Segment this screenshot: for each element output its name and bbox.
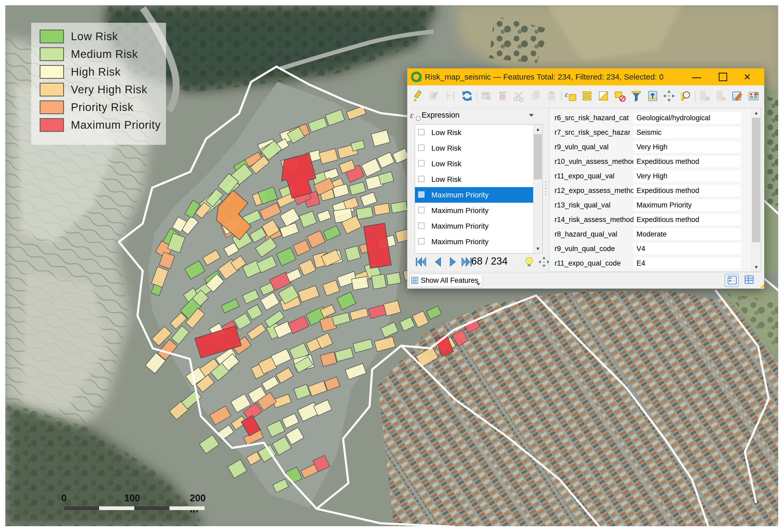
field-value[interactable]: Expeditious method: [633, 185, 740, 196]
invert-selection-icon[interactable]: [597, 90, 610, 102]
checkbox[interactable]: [418, 145, 424, 151]
multiedit-icon[interactable]: [428, 90, 441, 102]
add-feature-icon[interactable]: [480, 90, 493, 102]
field-value[interactable]: Seismic: [633, 127, 740, 138]
checkbox[interactable]: [418, 176, 424, 182]
field-name: r10_vuln_assess_method: [555, 158, 636, 166]
checkbox[interactable]: [418, 191, 424, 198]
expression-epsilon-icon: ε: [410, 110, 413, 120]
list-item[interactable]: Low Risk: [415, 125, 533, 140]
legend-label: Priority Risk: [71, 101, 134, 114]
form-scrollbar[interactable]: ▲ ▼: [752, 108, 761, 272]
delete-field-icon[interactable]: [715, 90, 727, 102]
list-scrollbar[interactable]: ▲ ▼: [533, 125, 542, 253]
toggle-editing-icon[interactable]: [412, 90, 424, 102]
scroll-down-icon[interactable]: ▼: [533, 244, 542, 253]
scroll-down-icon[interactable]: ▼: [752, 263, 761, 272]
maximize-button[interactable]: [713, 68, 732, 85]
list-item[interactable]: Maximum Priority: [415, 234, 533, 250]
window-resize-grip[interactable]: [760, 284, 764, 288]
field-value[interactable]: Expeditious method: [633, 156, 740, 167]
checkbox[interactable]: [418, 238, 424, 245]
close-button[interactable]: ✕: [738, 68, 757, 85]
field-value[interactable]: Very High: [633, 170, 740, 182]
field-value[interactable]: Very High: [633, 141, 740, 153]
minimize-button[interactable]: —: [687, 68, 706, 85]
select-all-icon[interactable]: [581, 90, 593, 102]
attribute-toolbar: ε »: [407, 85, 764, 108]
panel-splitter[interactable]: [545, 179, 548, 203]
list-item-label: Maximum Priority: [431, 250, 488, 253]
expression-filter-row[interactable]: ε Expression: [410, 108, 544, 124]
scale-label-200: 200 m: [190, 493, 217, 515]
previous-feature-button[interactable]: [432, 256, 444, 268]
list-item-label: Maximum Priority: [431, 187, 488, 203]
first-feature-button[interactable]: [415, 256, 427, 268]
field-value[interactable]: E4: [633, 257, 740, 269]
list-item[interactable]: Low Risk: [415, 156, 533, 171]
new-field-icon[interactable]: [698, 90, 711, 102]
form-view-toggle[interactable]: [725, 274, 739, 287]
feature-position: 68 / 234: [471, 256, 507, 267]
form-row: r13_risk_qual_valMaximum Priority: [549, 199, 761, 211]
map-legend: Low Risk Medium Risk High Risk Very High…: [31, 23, 166, 145]
checkbox[interactable]: [418, 129, 424, 135]
pan-to-feature-icon[interactable]: [538, 256, 550, 268]
list-item-selected[interactable]: Maximum Priority: [415, 187, 533, 203]
copy-icon[interactable]: [529, 90, 541, 102]
legend-label: Very High Risk: [71, 83, 147, 96]
field-value[interactable]: Moderate: [633, 228, 740, 240]
filter-icon[interactable]: [630, 90, 643, 102]
field-value[interactable]: Maximum Priority: [633, 199, 740, 211]
checkbox[interactable]: [418, 160, 424, 167]
form-row: r12_expo_assess_methodExpeditious method: [549, 185, 761, 196]
field-name: r14_risk_assess_method: [555, 216, 634, 224]
qgis-logo-icon: [411, 72, 422, 82]
field-name: r9_vuln_qual_code: [555, 245, 615, 253]
scale-label-0: 0: [61, 493, 66, 504]
field-value[interactable]: V4: [633, 243, 740, 254]
list-item[interactable]: Low Risk: [415, 140, 533, 156]
next-feature-button[interactable]: [447, 256, 459, 268]
field-name: r8_hazard_qual_val: [555, 230, 617, 239]
select-by-expression-icon[interactable]: ε: [564, 90, 577, 102]
field-value[interactable]: Geological/hydrological: [633, 112, 740, 124]
zoom-to-selection-icon[interactable]: [679, 90, 692, 102]
checkbox[interactable]: [418, 223, 424, 229]
window-titlebar[interactable]: Risk_map_seismic — Features Total: 234, …: [407, 68, 764, 85]
checkbox[interactable]: [418, 207, 424, 213]
list-item-label: Maximum Priority: [431, 234, 488, 250]
deselect-all-icon[interactable]: [614, 90, 626, 102]
table-view-toggle[interactable]: [742, 274, 756, 287]
list-item[interactable]: Maximum Priority: [415, 218, 533, 234]
scroll-up-icon[interactable]: ▲: [752, 108, 761, 117]
move-selection-top-icon[interactable]: [646, 90, 659, 102]
field-calculator-icon[interactable]: [731, 90, 744, 102]
list-item[interactable]: Low Risk: [415, 171, 533, 187]
paste-icon[interactable]: [545, 90, 558, 102]
scrollbar-thumb[interactable]: [752, 118, 760, 242]
expression-label: Expression: [422, 111, 459, 119]
list-item[interactable]: Maximum Priority: [415, 250, 533, 253]
show-all-features-button[interactable]: Show All Features: [410, 274, 482, 287]
qgis-attribute-window: Risk_map_seismic — Features Total: 234, …: [407, 68, 764, 288]
legend-swatch-very-high: [40, 83, 64, 96]
field-value[interactable]: Expeditious method: [633, 214, 740, 225]
save-edits-icon[interactable]: [444, 90, 457, 102]
show-all-features-label: Show All Features: [421, 274, 478, 287]
scrollbar-thumb[interactable]: [534, 134, 541, 179]
toolbar-overflow-button[interactable]: »: [750, 88, 763, 98]
field-name: r11_expo_qual_val: [555, 172, 614, 180]
highlight-feature-icon[interactable]: [523, 256, 535, 268]
pan-to-selection-icon[interactable]: [663, 90, 675, 102]
form-row: r10_vuln_assess_methodExpeditious method: [549, 156, 761, 167]
scroll-up-icon[interactable]: ▲: [533, 125, 542, 134]
reload-icon[interactable]: [461, 90, 473, 102]
form-row: r7_src_risk_spec_hazarSeismic: [549, 127, 761, 138]
cut-icon[interactable]: [512, 90, 525, 102]
field-name: r9_vuln_qual_val: [555, 143, 609, 151]
field-name: r11_expo_qual_code: [555, 259, 621, 268]
delete-selected-icon[interactable]: [496, 90, 509, 102]
expression-dropdown-arrow[interactable]: [529, 114, 534, 117]
list-item[interactable]: Maximum Priority: [415, 203, 533, 218]
